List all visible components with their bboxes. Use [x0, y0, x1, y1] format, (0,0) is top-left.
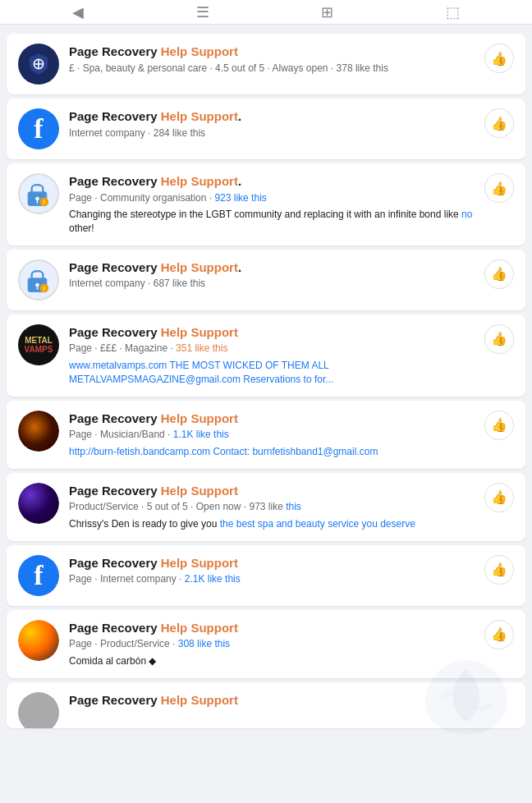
- result-card: ! Page Recovery Help Support. Page · Com…: [7, 163, 525, 245]
- card-content: Page Recovery Help Support Page · £££ · …: [69, 324, 478, 387]
- result-card: Page Recovery Help Support: [7, 682, 525, 728]
- card-meta: Internet company · 284 like this: [69, 126, 478, 140]
- back-icon[interactable]: ◀: [72, 3, 84, 21]
- card-content: Page Recovery Help Support Page · Musici…: [69, 411, 478, 459]
- avatar: f: [18, 108, 59, 149]
- card-meta: Page · Musician/Band · 1.1K like this: [69, 428, 478, 442]
- card-description: Chrissy's Den is ready to give you the b…: [69, 517, 478, 531]
- card-title: Page Recovery Help Support: [69, 411, 478, 427]
- grid-icon[interactable]: ⊞: [321, 3, 333, 21]
- card-meta: Product/Service · 5 out of 5 · Open now …: [69, 500, 478, 514]
- card-meta: Page · Product/Service · 308 like this: [69, 637, 478, 651]
- svg-text:!: !: [44, 285, 46, 292]
- result-card: f Page Recovery Help Support Page · Inte…: [7, 545, 525, 606]
- window-icon[interactable]: ⬚: [446, 3, 460, 21]
- like-button[interactable]: 👍: [484, 44, 514, 73]
- avatar: !: [18, 259, 59, 301]
- avatar: !: [18, 173, 59, 214]
- card-content: Page Recovery Help Support Page · Intern…: [69, 555, 478, 586]
- card-description: Changing the stereotype in the LGBT comm…: [69, 208, 478, 236]
- like-button[interactable]: 👍: [484, 411, 514, 440]
- avatar: [18, 692, 59, 728]
- like-button[interactable]: 👍: [484, 555, 514, 585]
- card-content: Page Recovery Help Support: [69, 692, 514, 709]
- top-nav: ◀ ☰ ⊞ ⬚: [0, 0, 532, 25]
- avatar: [18, 44, 59, 85]
- card-meta: Internet company · 687 like this: [69, 277, 478, 291]
- card-title: Page Recovery Help Support.: [69, 108, 478, 125]
- svg-point-4: [35, 197, 39, 201]
- card-meta: £ · Spa, beauty & personal care · 4.5 ou…: [69, 62, 478, 76]
- like-button[interactable]: 👍: [484, 173, 514, 203]
- card-description: Comida al carbón ◆: [69, 654, 478, 668]
- card-title: Page Recovery Help Support.: [69, 173, 478, 190]
- card-description: www.metalvamps.com THE MOST WICKED OF TH…: [69, 359, 478, 387]
- avatar: [18, 483, 59, 524]
- result-card: f Page Recovery Help Support. Internet c…: [7, 99, 525, 159]
- like-button[interactable]: 👍: [484, 483, 514, 512]
- card-content: Page Recovery Help Support. Internet com…: [69, 259, 478, 291]
- card-title: Page Recovery Help Support: [69, 324, 478, 341]
- card-title: Page Recovery Help Support: [69, 620, 478, 636]
- card-title: Page Recovery Help Support: [69, 44, 478, 60]
- avatar: f: [18, 555, 59, 596]
- svg-text:!: !: [44, 199, 46, 206]
- result-card: Page Recovery Help Support £ · Spa, beau…: [7, 34, 525, 94]
- card-content: Page Recovery Help Support £ · Spa, beau…: [69, 44, 478, 75]
- card-content: Page Recovery Help Support Product/Servi…: [69, 483, 478, 531]
- result-card: METAL VAMPS Page Recovery Help Support P…: [7, 314, 525, 397]
- card-description: http://burn-fetish.bandcamp.com Contact:…: [69, 445, 478, 459]
- card-content: Page Recovery Help Support Page · Produc…: [69, 620, 478, 668]
- result-card: ! Page Recovery Help Support. Internet c…: [7, 250, 525, 310]
- like-button[interactable]: 👍: [484, 620, 514, 649]
- card-content: Page Recovery Help Support. Internet com…: [69, 108, 478, 140]
- result-card: Page Recovery Help Support Product/Servi…: [7, 473, 525, 541]
- avatar: [18, 411, 59, 452]
- card-meta: Page · Internet company · 2.1K like this: [69, 572, 478, 586]
- result-card: Page Recovery Help Support Page · Produc…: [7, 610, 525, 678]
- card-content: Page Recovery Help Support. Page · Commu…: [69, 173, 478, 236]
- result-card: Page Recovery Help Support Page · Musici…: [7, 401, 525, 469]
- avatar: [18, 620, 59, 661]
- svg-point-9: [35, 283, 39, 287]
- card-title: Page Recovery Help Support: [69, 555, 478, 571]
- like-button[interactable]: 👍: [484, 324, 514, 354]
- like-button[interactable]: 👍: [484, 259, 514, 289]
- card-meta: Page · Community organisation · 923 like…: [69, 191, 478, 205]
- results-list: Page Recovery Help Support £ · Spa, beau…: [0, 25, 532, 737]
- card-title: Page Recovery Help Support: [69, 483, 478, 499]
- card-title: Page Recovery Help Support.: [69, 259, 478, 276]
- card-title: Page Recovery Help Support: [69, 692, 514, 709]
- like-button[interactable]: 👍: [484, 108, 514, 138]
- avatar: METAL VAMPS: [18, 324, 59, 365]
- menu-icon[interactable]: ☰: [196, 3, 209, 21]
- card-meta: Page · £££ · Magazine · 351 like this: [69, 342, 478, 356]
